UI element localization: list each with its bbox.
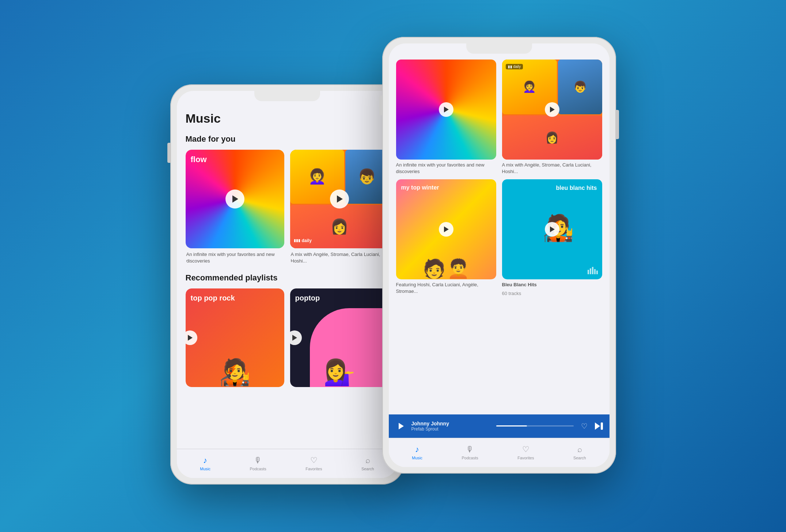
svg-rect-3 — [594, 269, 596, 274]
nav-music-left[interactable]: ♪ Music — [194, 453, 216, 474]
nav-podcasts-label-right: Podcasts — [462, 456, 478, 460]
right-person-2: 👦 — [558, 60, 602, 115]
top-winter-play[interactable] — [439, 222, 453, 237]
nav-podcasts-label-left: Podcasts — [250, 467, 266, 471]
right-flow-desc: An infinite mix with your favorites and … — [396, 162, 496, 175]
favorite-button[interactable]: ♡ — [581, 422, 588, 430]
flow-description: An infinite mix with your favorites and … — [186, 251, 284, 264]
flow-card-image: flow — [186, 150, 284, 248]
nav-podcasts-right[interactable]: 🎙 Podcasts — [456, 442, 484, 463]
bottom-nav-right: ♪ Music 🎙 Podcasts ♡ Favorites ⌕ Search — [389, 438, 610, 467]
nav-favorites-right[interactable]: ♡ Favorites — [512, 442, 540, 463]
daily-label: ▮▮▮ daily — [294, 238, 312, 243]
flow-label: flow — [191, 155, 207, 164]
flow-card[interactable]: flow An infinite mix with your favorites… — [186, 150, 284, 264]
right-top-winter-image: 🧑🧑‍🦱 my top winter — [396, 179, 496, 279]
top-pop-rock-label: top pop rock — [191, 294, 235, 302]
daily-card-image: 👩‍🦱 👦 👩 ▮ — [290, 150, 389, 248]
daily-bars-icon: ▮▮▮ — [294, 238, 300, 242]
now-playing-title: Johnny Johnny — [411, 421, 489, 426]
top-pop-rock-card[interactable]: 🧑‍🎤 top pop rock — [186, 288, 284, 387]
right-bleu-blanc-image: 🧑‍🎤 bleu blanc hits — [502, 179, 602, 279]
bleu-blanc-play[interactable] — [545, 222, 559, 237]
skip-button[interactable] — [595, 422, 604, 430]
phones-container: Music Made for you flow An infinite mix … — [170, 48, 616, 485]
right-flow-card[interactable]: An infinite mix with your favorites and … — [396, 60, 496, 175]
right-flow-image — [396, 60, 496, 160]
right-bleu-blanc-card[interactable]: 🧑‍🎤 bleu blanc hits — [502, 179, 602, 297]
svg-rect-6 — [601, 422, 603, 430]
right-daily-tag: ▮▮ daily — [506, 64, 523, 69]
svg-rect-1 — [590, 268, 591, 274]
poptop-card[interactable]: 💁‍♀️ poptop — [290, 288, 389, 387]
bottom-nav-left: ♪ Music 🎙 Podcasts ♡ Favorites ⌕ Search — [177, 449, 398, 478]
nav-favorites-left[interactable]: ♡ Favorites — [300, 453, 328, 474]
right-flow-play[interactable] — [439, 102, 453, 117]
svg-marker-5 — [595, 422, 600, 430]
recommended-section: Recommended playlists 🧑‍🎤 top pop rock — [186, 273, 389, 387]
daily-play-button[interactable] — [330, 190, 349, 208]
music-icon-right: ♪ — [415, 445, 419, 454]
heart-nav-icon-right: ♡ — [522, 445, 529, 454]
right-screen-content: An infinite mix with your favorites and … — [389, 54, 610, 425]
nav-music-label-right: Music — [412, 456, 422, 460]
flow-play-button[interactable] — [225, 190, 244, 208]
nav-search-right[interactable]: ⌕ Search — [567, 442, 592, 463]
notch-left — [254, 91, 320, 101]
daily-description: A mix with Angèle, Stromae, Carla Lucian… — [290, 251, 389, 264]
right-daily-play[interactable] — [545, 102, 559, 117]
notch-right — [466, 43, 532, 54]
right-top-winter-card[interactable]: 🧑🧑‍🦱 my top winter Featuring Hoshi, Carl… — [396, 179, 496, 297]
daily-card[interactable]: 👩‍🦱 👦 👩 ▮ — [290, 150, 389, 264]
progress-fill — [496, 425, 527, 426]
bleu-blanc-name: Bleu Blanc Hits — [502, 282, 602, 288]
right-phone: An infinite mix with your favorites and … — [382, 37, 616, 474]
now-playing-play-button[interactable] — [395, 420, 407, 432]
right-top-cards: An infinite mix with your favorites and … — [396, 60, 602, 175]
right-daily-card[interactable]: 👩‍🦱 👦 👩 ▮ — [502, 60, 602, 175]
nav-search-label-left: Search — [361, 467, 374, 471]
nav-search-label-right: Search — [573, 456, 586, 460]
nav-favorites-label-left: Favorites — [305, 467, 322, 471]
nav-favorites-label-right: Favorites — [517, 456, 534, 460]
now-playing-artist: Prefab Sprout — [411, 426, 489, 432]
right-daily-desc: A mix with Angèle, Stromae, Carla Lucian… — [502, 162, 602, 175]
nav-music-label-left: Music — [200, 467, 210, 471]
top-winter-desc: Featuring Hoshi, Carla Luciani, Angèle, … — [396, 282, 496, 295]
svg-rect-0 — [588, 270, 589, 274]
svg-rect-2 — [592, 267, 593, 274]
right-person-3: 👩 — [502, 115, 602, 160]
playlist-cards: 🧑‍🎤 top pop rock — [186, 288, 389, 387]
now-playing-controls: ♡ — [581, 422, 604, 430]
poptop-image: 💁‍♀️ poptop — [290, 288, 389, 387]
left-phone: Music Made for you flow An infinite mix … — [170, 84, 404, 485]
top-winter-label: my top winter — [401, 184, 439, 191]
made-for-you-cards: flow An infinite mix with your favorites… — [186, 150, 389, 264]
equalizer-icon — [588, 267, 599, 274]
recommended-title: Recommended playlists — [186, 273, 389, 283]
now-playing-bar: Johnny Johnny Prefab Sprout ♡ — [389, 414, 610, 438]
made-for-you-title: Made for you — [186, 134, 389, 144]
music-icon: ♪ — [203, 456, 207, 465]
poptop-label: poptop — [295, 294, 320, 302]
nav-podcasts-left[interactable]: 🎙 Podcasts — [244, 453, 272, 474]
search-nav-icon-left: ⌕ — [365, 456, 370, 465]
daily-bars-icon-right: ▮▮ — [508, 65, 512, 69]
heart-nav-icon-left: ♡ — [310, 456, 318, 465]
podcasts-icon-right: 🎙 — [466, 445, 474, 454]
now-playing-info: Johnny Johnny Prefab Sprout — [411, 421, 489, 432]
podcasts-icon: 🎙 — [254, 456, 262, 465]
nav-music-right[interactable]: ♪ Music — [406, 442, 428, 463]
skip-icon — [595, 422, 604, 430]
right-bottom-cards: 🧑🧑‍🦱 my top winter Featuring Hoshi, Carl… — [396, 179, 602, 297]
svg-rect-4 — [596, 271, 598, 274]
search-nav-icon-right: ⌕ — [577, 445, 582, 454]
page-title: Music — [186, 111, 389, 126]
bleu-blanc-tracks: 60 tracks — [502, 290, 602, 297]
top-pop-rock-image: 🧑‍🎤 top pop rock — [186, 288, 284, 387]
right-daily-image: 👩‍🦱 👦 👩 ▮ — [502, 60, 602, 160]
nav-search-left[interactable]: ⌕ Search — [356, 453, 380, 474]
progress-bar — [496, 425, 574, 426]
bleu-blanc-label: bleu blanc hits — [556, 184, 597, 191]
